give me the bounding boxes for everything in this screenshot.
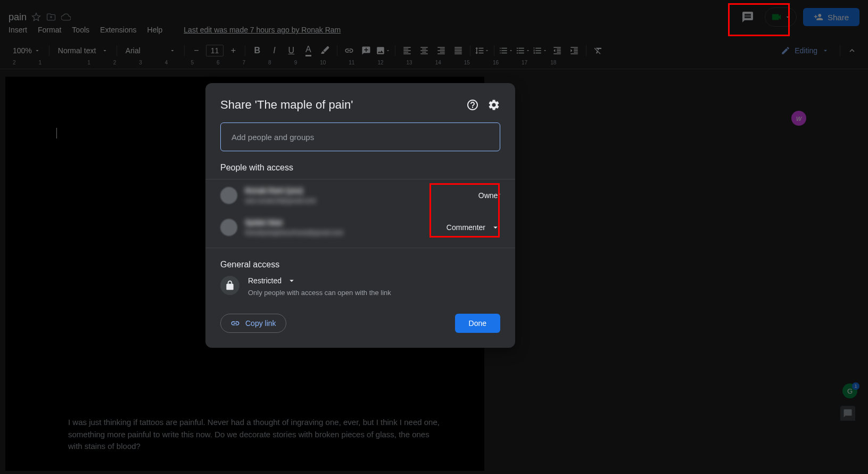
bulleted-list-icon[interactable] xyxy=(516,43,531,58)
cloud-icon[interactable] xyxy=(61,12,71,22)
menu-extensions[interactable]: Extensions xyxy=(96,23,140,36)
pencil-icon xyxy=(781,46,790,55)
share-button-label: Share xyxy=(828,13,849,22)
italic-icon[interactable]: I xyxy=(267,43,282,58)
align-center-icon[interactable] xyxy=(417,43,432,58)
person-add-icon xyxy=(814,12,823,22)
help-icon[interactable] xyxy=(466,99,479,111)
collapse-toolbar-icon[interactable] xyxy=(845,43,859,58)
chevron-down-icon xyxy=(102,47,108,54)
line-spacing-icon[interactable] xyxy=(475,43,490,58)
align-right-icon[interactable] xyxy=(434,43,449,58)
chevron-down-icon xyxy=(287,276,296,285)
chevron-down-icon xyxy=(169,47,176,54)
font-size-decrease[interactable]: − xyxy=(189,43,204,58)
dialog-title: Share 'The maple of pain' xyxy=(220,98,353,112)
share-dialog: Share 'The maple of pain' People with ac… xyxy=(205,83,515,348)
explore-button[interactable] xyxy=(840,406,855,421)
text-cursor xyxy=(56,128,57,138)
gear-icon[interactable] xyxy=(487,99,500,111)
avatar xyxy=(220,219,237,236)
chevron-down-icon xyxy=(491,223,500,232)
person-email: friendlyneighbourhood@gmail.com xyxy=(245,229,344,236)
chevron-down-icon xyxy=(822,47,829,54)
person-name: Spider Man xyxy=(245,218,283,227)
access-description: Only people with access can open with th… xyxy=(248,289,500,297)
editing-mode-dropdown[interactable]: Editing xyxy=(774,44,836,58)
document-body[interactable]: I was just thinking if tattoos are painf… xyxy=(68,416,441,453)
title-area: pain xyxy=(9,12,71,23)
role-dropdown[interactable]: Commenter xyxy=(447,223,500,232)
chevron-down-icon xyxy=(385,48,391,53)
clear-formatting-icon[interactable] xyxy=(591,43,606,58)
general-access-section: General access Restricted Only people wi… xyxy=(205,248,515,297)
move-icon[interactable] xyxy=(46,12,56,22)
checklist-icon[interactable] xyxy=(499,43,514,58)
underline-icon[interactable]: U xyxy=(284,43,299,58)
people-list: Ronak Ram (you) ram.ronak19@gmail.com Ow… xyxy=(205,179,515,243)
menu-tools[interactable]: Tools xyxy=(68,23,94,36)
indent-increase-icon[interactable] xyxy=(567,43,582,58)
align-justify-icon[interactable] xyxy=(451,43,466,58)
link-icon xyxy=(230,318,240,328)
highlight-icon[interactable] xyxy=(318,43,333,58)
bold-icon[interactable]: B xyxy=(250,43,264,58)
star-icon[interactable] xyxy=(31,12,42,22)
header-right: Share xyxy=(737,6,859,28)
comment-history-icon[interactable] xyxy=(737,6,758,28)
insert-image-icon[interactable] xyxy=(376,43,391,58)
menu-format[interactable]: Format xyxy=(34,23,65,36)
share-button[interactable]: Share xyxy=(803,8,859,26)
font-size-input[interactable]: 11 xyxy=(206,45,224,56)
copy-link-button[interactable]: Copy link xyxy=(220,314,286,333)
text-color-icon[interactable]: A xyxy=(301,43,316,58)
access-level-dropdown[interactable]: Restricted xyxy=(248,276,500,285)
style-dropdown[interactable]: Normal text xyxy=(54,44,112,57)
person-row: Spider Man friendlyneighbourhood@gmail.c… xyxy=(220,211,500,243)
meet-button[interactable] xyxy=(765,7,797,27)
ruler[interactable]: 21123456789101112131415161718 xyxy=(0,60,868,69)
grammarly-count: 1 xyxy=(852,382,859,390)
font-size-increase[interactable]: + xyxy=(226,43,241,58)
numbered-list-icon[interactable] xyxy=(533,43,548,58)
menu-insert[interactable]: Insert xyxy=(4,23,31,36)
toolbar: 100% Normal text Arial − 11 + B I U A xyxy=(0,39,868,61)
people-with-access-heading: People with access xyxy=(220,163,500,173)
person-name: Ronak Ram (you) xyxy=(245,186,303,195)
person-row: Ronak Ram (you) ram.ronak19@gmail.com Ow… xyxy=(220,179,500,211)
insert-comment-icon[interactable] xyxy=(359,43,374,58)
doc-title[interactable]: pain xyxy=(9,12,27,23)
extension-badge[interactable]: w xyxy=(791,111,806,126)
insert-link-icon[interactable] xyxy=(342,43,357,58)
person-email: ram.ronak19@gmail.com xyxy=(245,197,316,205)
last-edit-link[interactable]: Last edit was made 7 hours ago by Ronak … xyxy=(179,23,345,36)
done-button[interactable]: Done xyxy=(455,314,500,333)
add-people-input[interactable] xyxy=(220,122,500,151)
avatar xyxy=(220,187,237,204)
general-access-heading: General access xyxy=(220,260,500,269)
font-dropdown[interactable]: Arial xyxy=(121,44,180,57)
menubar: Insert Format Tools Extensions Help Last… xyxy=(0,23,345,36)
align-left-icon[interactable] xyxy=(400,43,415,58)
indent-decrease-icon[interactable] xyxy=(550,43,565,58)
chevron-down-icon xyxy=(34,47,40,54)
menu-help[interactable]: Help xyxy=(143,23,167,36)
lock-icon xyxy=(220,276,239,295)
zoom-dropdown[interactable]: 100% xyxy=(9,44,45,57)
role-owner: Owner xyxy=(478,191,500,200)
chevron-down-icon xyxy=(784,14,791,20)
